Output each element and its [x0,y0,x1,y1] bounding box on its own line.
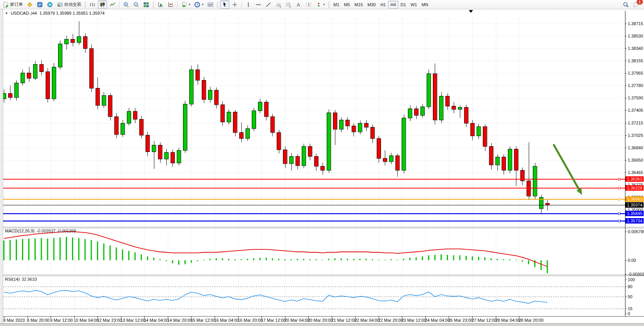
periods-button[interactable]: ▾ [193,0,205,9]
zoom-out-icon [133,2,139,8]
clock-icon [194,2,200,8]
autotrading-label: 自动交易 [64,2,81,7]
cursor-tool-button[interactable] [220,0,229,9]
rsi-value: 32.9633 [22,277,37,282]
arrows-tool-button[interactable]: ▾ [314,0,326,9]
chart-shift-button[interactable] [166,0,175,9]
chart-title: ▼ USDCAD-,H4 1.35979 1.35989 1.35951 1.3… [5,11,104,15]
crosshair-tool-button[interactable] [230,0,239,9]
svg-text:T: T [308,3,310,7]
bar-chart-icon [89,2,96,8]
toolbar-separator [241,1,242,8]
channel-tool-button[interactable]: E [274,0,283,9]
horizontal-line-icon [255,2,261,8]
zoom-in-button[interactable] [121,0,131,9]
crosshair-icon [232,2,238,8]
rsi-indicator-label: RSI(14)32.9633 [5,277,37,282]
chevron-down-icon: ▾ [202,3,203,6]
trendline-tool-button[interactable] [264,0,273,9]
chart-symbol-period: USDCAD-,H4 [11,11,37,15]
trendline-icon [265,2,272,8]
timeframe-button-H4[interactable]: H4 [388,1,398,9]
tile-windows-icon [143,2,149,8]
templates-button[interactable] [206,0,215,9]
rsi-name: RSI(14) [5,277,20,282]
new-order-label: 新订单 [10,2,23,7]
profiles-icon [27,2,33,8]
chart-shift-icon [167,2,174,8]
horizontal-line-tool-button[interactable] [254,0,263,9]
autotrading-button[interactable]: 自动交易 [55,0,83,9]
toolbar-grip [85,2,86,8]
new-chart-button[interactable]: ▾ [179,0,192,9]
window-bottom-edge[interactable] [0,323,644,326]
timeframe-toolbar: M1M5M15M30H1H4D1W1MN [331,1,430,9]
line-chart-button[interactable] [108,0,117,9]
chevron-down-icon: ▾ [189,3,190,6]
arrows-icon [316,2,322,8]
auto-scroll-icon [157,2,164,8]
svg-text:A: A [297,2,300,7]
macd-values: -0.002637 -0.001268 [36,229,76,233]
autotrading-icon [57,2,63,8]
macd-name: MACD(12,26,9) [5,229,34,233]
timeframe-button-MN[interactable]: MN [419,1,430,9]
svg-text:E: E [280,5,281,8]
toolbar-grip [328,2,330,8]
price-chart-canvas[interactable] [0,0,644,326]
new-order-button[interactable]: 新订单 [1,0,24,9]
timeframe-button-D1[interactable]: D1 [398,1,408,9]
toolbar-separator [119,1,120,8]
line-chart-icon [109,2,116,8]
notifications-button[interactable]: 1 [631,0,641,9]
timeframe-button-M5[interactable]: M5 [342,1,352,9]
bar-chart-button[interactable] [88,0,97,9]
main-toolbar: 新订单 自动交易 [0,0,644,9]
timeframe-button-M30[interactable]: M30 [365,1,378,9]
text-tool-button[interactable]: A [294,0,303,9]
fibonacci-icon: F [285,2,292,8]
search-button[interactable] [621,0,630,9]
market-watch-icon [37,2,43,8]
text-label-icon: T [306,2,312,8]
timeframe-button-M15[interactable]: M15 [352,1,365,9]
signals-button[interactable] [45,0,55,9]
chart-collapse-icon[interactable]: ▼ [5,12,8,15]
tile-windows-button[interactable] [142,0,151,9]
toolbar-separator [177,1,178,8]
svg-text:F: F [290,5,291,8]
timeframe-button-M1[interactable]: M1 [331,1,342,9]
templates-icon [207,2,214,8]
candlestick-chart-icon [99,2,106,8]
search-icon [623,2,629,8]
zoom-in-icon [123,2,129,8]
toolbar-grip [153,2,154,8]
text-label-tool-button[interactable]: T [304,0,313,9]
candlestick-chart-button[interactable] [98,0,107,9]
toolbar-grip [217,2,218,8]
fibonacci-tool-button[interactable]: F [284,0,293,9]
profiles-button[interactable] [25,0,34,9]
mt4-terminal-window: 新订单 自动交易 [0,0,644,326]
new-chart-icon [181,2,187,8]
market-watch-button[interactable] [35,0,44,9]
window-left-frame [0,9,3,326]
signals-icon [47,2,53,8]
timeframe-button-H1[interactable]: H1 [378,1,388,9]
equidistant-channel-icon: E [275,2,282,8]
chart-ohlc-values: 1.35979 1.35989 1.35951 1.35974 [39,11,104,15]
notification-badge: 1 [637,0,643,5]
macd-indicator-label: MACD(12,26,9)-0.002637 -0.001268 [5,229,76,233]
vertical-line-tool-button[interactable] [244,0,253,9]
chevron-down-icon: ▾ [323,3,325,6]
zoom-out-button[interactable] [132,0,141,9]
timeframe-button-W1[interactable]: W1 [408,1,420,9]
new-order-icon [3,2,9,8]
vertical-line-icon [245,2,251,8]
cursor-icon [222,2,228,8]
text-tool-icon: A [296,2,302,8]
auto-scroll-button[interactable] [156,0,165,9]
